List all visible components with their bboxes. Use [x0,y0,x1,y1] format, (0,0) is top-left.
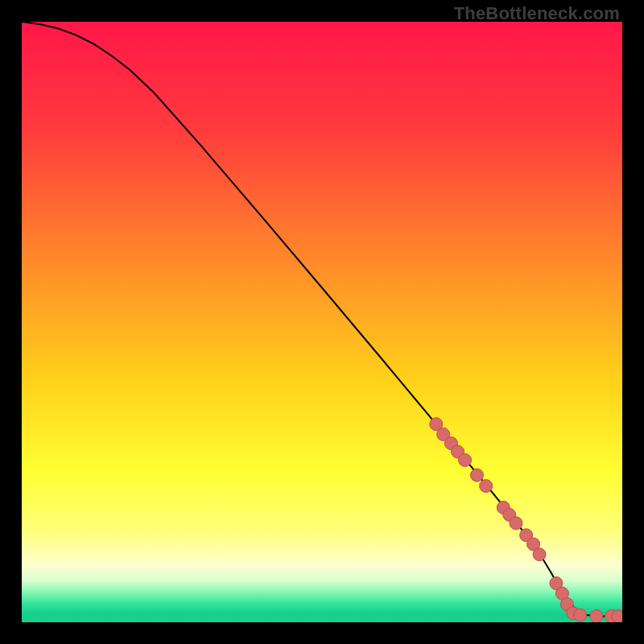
data-point [574,609,587,621]
plot-area [22,22,622,622]
data-point [590,610,603,622]
data-point [470,469,483,481]
curve-line [22,22,622,617]
data-point [612,610,622,622]
chart-svg [22,22,622,622]
data-point [533,548,546,561]
data-point [510,517,522,530]
data-point [480,480,493,493]
data-markers [430,418,622,622]
data-point [459,454,472,467]
chart-frame: TheBottleneck.com [0,0,644,644]
